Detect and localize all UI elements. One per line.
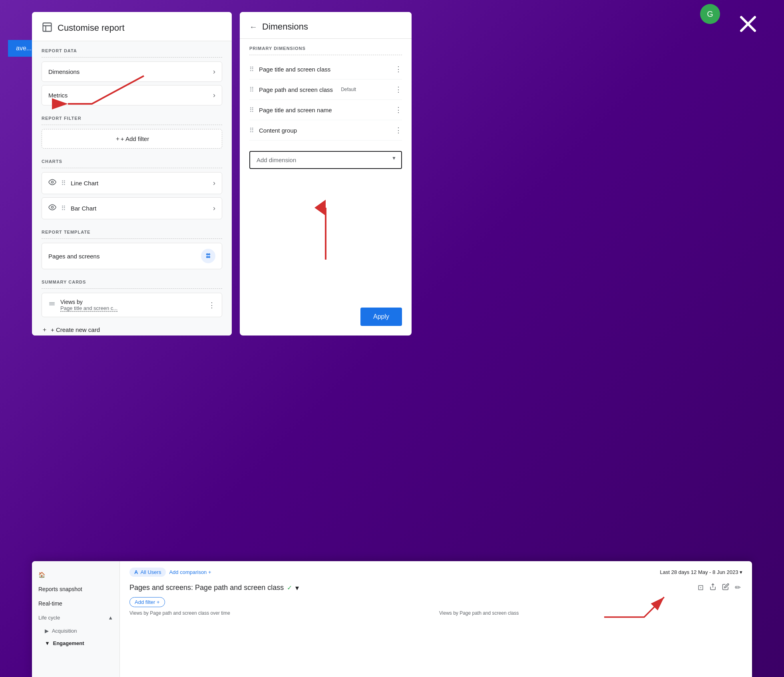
- apply-button[interactable]: Apply: [360, 308, 402, 326]
- report-icon: [42, 22, 53, 34]
- red-arrow-indicator: [306, 200, 346, 264]
- more-options-icon[interactable]: ⋮: [395, 126, 402, 135]
- right-panel-title: Dimensions: [262, 22, 308, 32]
- add-filter-button[interactable]: Add filter +: [129, 597, 165, 607]
- sidebar-item-label: Real-time: [38, 600, 62, 607]
- edit-icon[interactable]: ✏: [733, 582, 742, 594]
- more-options-icon[interactable]: ⋮: [395, 85, 402, 94]
- eye-icon: [48, 178, 56, 188]
- back-button[interactable]: ←: [249, 22, 257, 32]
- drag-icon: ⠿: [61, 204, 66, 212]
- more-options-icon[interactable]: ⋮: [208, 301, 215, 310]
- sidebar-item-reports-snapshot[interactable]: Reports snapshot: [32, 582, 119, 596]
- red-arrow-indicator: [32, 68, 148, 116]
- more-options-icon[interactable]: ⋮: [395, 65, 402, 73]
- summary-card-item: Views by Page title and screen c... ⋮: [42, 293, 222, 317]
- bar-chart-item[interactable]: ⠿ Bar Chart ›: [42, 197, 222, 219]
- badge-icon: A: [134, 569, 138, 575]
- bottom-top-bar: A All Users Add comparison + Last 28 day…: [129, 568, 742, 577]
- profile-circle: G: [700, 4, 720, 24]
- close-button[interactable]: [736, 12, 760, 36]
- svg-rect-2: [43, 23, 52, 32]
- eye-icon: [48, 203, 56, 213]
- svg-point-9: [207, 256, 208, 258]
- customise-report-panel: Customise report REPORT DATA Dimensions …: [32, 12, 232, 336]
- card-sublabel: Page title and screen c...: [60, 305, 203, 311]
- chevron-right-icon: ›: [213, 91, 215, 99]
- lines-icon: [48, 301, 56, 310]
- drag-icon: ⠿: [61, 179, 66, 187]
- bottom-main: A All Users Add comparison + Last 28 day…: [120, 561, 752, 677]
- report-data-label: REPORT DATA: [42, 41, 222, 58]
- add-dimension-select[interactable]: Add dimension: [249, 151, 402, 169]
- red-arrow-bottom-indicator: [596, 585, 676, 625]
- plus-icon: ＋: [42, 326, 48, 334]
- sidebar-item-acquisition[interactable]: ▶ Acquisition: [32, 625, 119, 637]
- chevron-right-icon: ›: [213, 179, 215, 187]
- svg-point-10: [209, 256, 210, 258]
- check-icon: ✓: [287, 584, 292, 592]
- default-badge: Default: [341, 87, 356, 92]
- report-template-item: Pages and screens: [42, 243, 222, 269]
- right-panel-body: PRIMARY DIMENSIONS ⠿ Page title and scre…: [240, 39, 412, 179]
- report-template-label: REPORT TEMPLATE: [42, 222, 222, 239]
- sidebar-item-lifecycle[interactable]: Life cycle ▲: [32, 611, 119, 625]
- dimension-item: ⠿ Page title and screen class ⋮: [249, 59, 402, 79]
- line-chart-item[interactable]: ⠿ Line Chart ›: [42, 172, 222, 194]
- dimension-item: ⠿ Page path and screen class Default ⋮: [249, 79, 402, 100]
- dimension-item: ⠿ Page title and screen name ⋮: [249, 100, 402, 120]
- sidebar-item-label: Reports snapshot: [38, 586, 82, 592]
- chart-left: Views by Page path and screen class over…: [129, 610, 433, 616]
- add-comparison-button[interactable]: Add comparison +: [169, 569, 211, 575]
- svg-point-6: [52, 206, 54, 208]
- create-new-card-button[interactable]: ＋ + Create new card: [42, 320, 222, 336]
- add-dimension-wrapper: Add dimension: [249, 147, 402, 169]
- drag-icon: ⠿: [249, 86, 254, 93]
- page-title-actions: ⊡: [696, 582, 742, 594]
- more-options-icon[interactable]: ⋮: [395, 105, 402, 114]
- dimensions-panel: ← Dimensions PRIMARY DIMENSIONS ⠿ Page t…: [240, 12, 412, 336]
- sidebar-item-realtime[interactable]: Real-time: [32, 596, 119, 611]
- svg-point-7: [207, 254, 208, 255]
- right-panel-header: ← Dimensions: [240, 12, 412, 39]
- chevron-up-icon: ▲: [108, 615, 113, 621]
- drag-icon: ⠿: [249, 106, 254, 114]
- drag-icon: ⠿: [249, 127, 254, 134]
- panel-title: Customise report: [58, 23, 125, 33]
- bottom-sidebar: 🏠 Reports snapshot Real-time Life cycle …: [32, 561, 120, 677]
- share-icon[interactable]: [708, 582, 718, 594]
- chart-right: Views by Page path and screen class: [439, 610, 742, 616]
- svg-point-8: [209, 254, 210, 255]
- drag-icon: ⠿: [249, 66, 254, 73]
- panel-header: Customise report: [32, 12, 232, 41]
- home-icon: 🏠: [38, 572, 45, 578]
- sidebar-item-home[interactable]: 🏠: [32, 568, 119, 582]
- dimension-item: ⠿ Content group ⋮: [249, 120, 402, 141]
- add-filter-button[interactable]: ＋ + Add filter: [42, 129, 222, 149]
- customize-report-icon[interactable]: [720, 582, 731, 594]
- primary-dimensions-label: PRIMARY DIMENSIONS: [249, 39, 402, 55]
- chevron-right-icon: ›: [213, 204, 215, 212]
- template-icon: [201, 249, 215, 263]
- card-label: Views by: [60, 299, 203, 305]
- date-range[interactable]: Last 28 days 12 May - 8 Jun 2023 ▾: [660, 569, 742, 575]
- collapse-icon: ▼: [45, 640, 50, 646]
- dropdown-icon[interactable]: ▾: [295, 584, 299, 592]
- charts-label: CHARTS: [42, 152, 222, 168]
- page-title-text: Pages and screens: Page path and screen …: [129, 584, 299, 592]
- svg-point-5: [52, 181, 54, 183]
- save-report-icon[interactable]: ⊡: [696, 582, 705, 594]
- chevron-right-icon: ›: [213, 68, 215, 76]
- summary-cards-label: SUMMARY CARDS: [42, 272, 222, 289]
- plus-icon: ＋: [115, 135, 121, 143]
- all-users-badge: A All Users: [129, 568, 166, 577]
- sidebar-item-engagement[interactable]: ▼ Engagement: [32, 637, 119, 649]
- bottom-panel: 🏠 Reports snapshot Real-time Life cycle …: [32, 561, 752, 677]
- expand-icon: ▶: [45, 628, 49, 634]
